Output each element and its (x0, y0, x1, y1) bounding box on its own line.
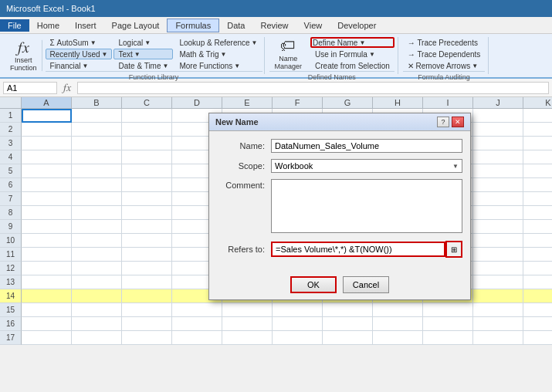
spreadsheet-cell[interactable] (273, 317, 323, 331)
col-header-K[interactable]: K (523, 97, 552, 108)
define-name-button[interactable]: Define Name ▼ (310, 37, 395, 48)
col-header-A[interactable]: A (22, 97, 72, 108)
spreadsheet-cell[interactable] (523, 303, 552, 317)
col-header-B[interactable]: B (72, 97, 122, 108)
spreadsheet-cell[interactable] (523, 150, 552, 164)
spreadsheet-cell[interactable] (22, 206, 72, 220)
lookup-reference-button[interactable]: Lookup & Reference ▼ (174, 37, 262, 48)
spreadsheet-cell[interactable] (122, 220, 172, 234)
spreadsheet-cell[interactable] (122, 234, 172, 248)
spreadsheet-cell[interactable] (22, 150, 72, 164)
text-button[interactable]: Text ▼ (113, 49, 173, 59)
spreadsheet-cell[interactable] (172, 303, 222, 317)
spreadsheet-cell[interactable] (523, 331, 552, 345)
spreadsheet-cell[interactable] (122, 317, 172, 331)
menu-data[interactable]: Data (219, 19, 252, 32)
trace-precedents-button[interactable]: → Trace Precedents (403, 37, 486, 48)
dialog-help-button[interactable]: ? (437, 117, 449, 127)
spreadsheet-cell[interactable] (72, 248, 122, 262)
spreadsheet-cell[interactable] (72, 137, 122, 150)
spreadsheet-cell[interactable] (273, 303, 323, 317)
col-header-H[interactable]: H (373, 97, 423, 108)
col-header-E[interactable]: E (222, 97, 273, 108)
financial-button[interactable]: Financial ▼ (46, 60, 113, 71)
spreadsheet-cell[interactable] (122, 331, 172, 345)
spreadsheet-cell[interactable] (523, 164, 552, 178)
spreadsheet-cell[interactable] (473, 206, 523, 220)
spreadsheet-cell[interactable] (473, 262, 523, 275)
remove-arrows-button[interactable]: ✕ Remove Arrows ▼ (403, 60, 486, 71)
spreadsheet-cell[interactable] (473, 303, 523, 317)
spreadsheet-cell[interactable] (122, 262, 172, 275)
spreadsheet-cell[interactable] (22, 234, 72, 248)
spreadsheet-cell[interactable] (122, 137, 172, 150)
spreadsheet-cell[interactable] (473, 220, 523, 234)
spreadsheet-cell[interactable] (22, 192, 72, 206)
create-from-selection-button[interactable]: Create from Selection (310, 60, 395, 71)
scope-select-wrapper[interactable]: Workbook Sheet1 Sheet2 Sheet3 ▼ (271, 159, 462, 173)
refers-to-collapse-button[interactable]: ⊞ (445, 241, 462, 258)
spreadsheet-cell[interactable] (72, 234, 122, 248)
col-header-C[interactable]: C (122, 97, 172, 108)
spreadsheet-cell[interactable] (423, 331, 473, 345)
ok-button[interactable]: OK (290, 276, 337, 293)
spreadsheet-cell[interactable] (72, 262, 122, 275)
spreadsheet-cell[interactable] (523, 178, 552, 192)
spreadsheet-cell[interactable] (473, 150, 523, 164)
recently-used-button[interactable]: Recently Used ▼ (46, 49, 113, 59)
spreadsheet-cell[interactable] (172, 317, 222, 331)
spreadsheet-cell[interactable] (122, 248, 172, 262)
spreadsheet-cell[interactable] (22, 275, 72, 289)
spreadsheet-cell[interactable] (22, 164, 72, 178)
spreadsheet-cell[interactable] (523, 220, 552, 234)
logical-button[interactable]: Logical ▼ (113, 37, 173, 48)
spreadsheet-cell[interactable] (122, 109, 172, 123)
spreadsheet-cell[interactable] (22, 289, 72, 303)
spreadsheet-cell[interactable] (122, 303, 172, 317)
spreadsheet-cell[interactable] (122, 178, 172, 192)
spreadsheet-cell[interactable] (473, 123, 523, 137)
spreadsheet-cell[interactable] (72, 164, 122, 178)
insert-function-button[interactable]: 𝑓𝑥 InsertFunction (5, 39, 42, 72)
spreadsheet-cell[interactable] (473, 234, 523, 248)
spreadsheet-cell[interactable] (72, 289, 122, 303)
spreadsheet-cell[interactable] (222, 331, 273, 345)
spreadsheet-cell[interactable] (122, 164, 172, 178)
spreadsheet-cell[interactable] (423, 303, 473, 317)
spreadsheet-cell[interactable] (523, 206, 552, 220)
refers-to-input[interactable] (271, 242, 445, 257)
name-manager-button[interactable]: 🏷 NameManager (269, 38, 308, 70)
spreadsheet-cell[interactable] (523, 275, 552, 289)
new-name-dialog[interactable]: New Name ? ✕ Name: Scope: (208, 113, 471, 300)
name-box[interactable] (3, 82, 57, 94)
trace-dependents-button[interactable]: → Trace Dependents (403, 49, 486, 59)
use-in-formula-button[interactable]: Use in Formula ▼ (310, 49, 395, 59)
spreadsheet-cell[interactable] (122, 206, 172, 220)
col-header-G[interactable]: G (323, 97, 373, 108)
spreadsheet-cell[interactable] (72, 317, 122, 331)
spreadsheet-cell[interactable] (523, 123, 552, 137)
spreadsheet-cell[interactable] (222, 303, 273, 317)
menu-home[interactable]: Home (29, 19, 67, 32)
cancel-button[interactable]: Cancel (343, 276, 389, 293)
spreadsheet-cell[interactable] (473, 275, 523, 289)
spreadsheet-cell[interactable] (72, 303, 122, 317)
spreadsheet-cell[interactable] (373, 317, 423, 331)
spreadsheet-cell[interactable] (72, 220, 122, 234)
spreadsheet-cell[interactable] (72, 123, 122, 137)
spreadsheet-cell[interactable] (72, 206, 122, 220)
spreadsheet-cell[interactable] (523, 109, 552, 123)
col-header-I[interactable]: I (423, 97, 473, 108)
spreadsheet-cell[interactable] (523, 262, 552, 275)
spreadsheet-cell[interactable] (423, 317, 473, 331)
spreadsheet-cell[interactable] (22, 262, 72, 275)
dialog-close-button[interactable]: ✕ (452, 117, 464, 127)
spreadsheet-cell[interactable] (473, 109, 523, 123)
menu-page-layout[interactable]: Page Layout (104, 19, 168, 32)
col-header-F[interactable]: F (273, 97, 323, 108)
spreadsheet-cell[interactable] (523, 248, 552, 262)
spreadsheet-cell[interactable] (22, 123, 72, 137)
spreadsheet-cell[interactable] (72, 109, 122, 123)
spreadsheet-cell[interactable] (222, 317, 273, 331)
menu-view[interactable]: View (296, 19, 330, 32)
